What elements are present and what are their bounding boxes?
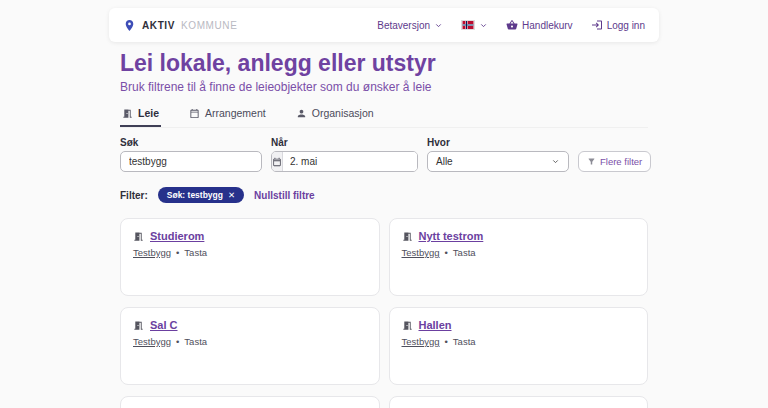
tab-organisasjon[interactable]: Organisasjon [294,104,376,127]
building-link[interactable]: Testbygg [402,247,440,258]
door-open-icon [122,108,133,119]
tab-label: Leie [138,107,159,119]
result-title-link[interactable]: Studierom [150,230,204,242]
search-label: Søk [120,137,262,148]
building-link[interactable]: Testbygg [133,336,171,347]
date-input-group [271,151,418,172]
date-field-group: Når [271,137,418,172]
chevron-down-icon [479,21,488,30]
norwegian-flag-icon [461,20,475,30]
result-card: Studierom Testbygg • Tasta [120,218,380,296]
top-nav: Betaversjon Handlekurv Logg inn [377,19,645,31]
date-input[interactable] [283,152,418,171]
result-card: Hallen Testbygg • Tasta [389,307,649,385]
login-button[interactable]: Logg inn [591,19,645,31]
beta-version-label: Betaversjon [377,20,430,31]
cart-label: Handlekurv [522,20,573,31]
building-link[interactable]: Testbygg [133,247,171,258]
brand-suffix: KOMMUNE [181,20,237,31]
search-field-group: Søk [120,137,262,172]
calendar-picker-button[interactable] [272,152,283,171]
door-open-icon [402,231,413,242]
search-filter-chip[interactable]: Søk: testbygg ✕ [158,187,244,203]
tab-leie[interactable]: Leie [120,104,161,127]
where-label: Hvor [427,137,569,148]
more-filters-button[interactable]: Flere filter [578,151,651,172]
shopping-basket-icon [506,19,518,31]
tab-arrangement[interactable]: Arrangement [187,104,268,127]
result-card: Nytt testrom Testbygg • Tasta [389,218,649,296]
result-card: Sal A Testbygg • Tasta [389,396,649,408]
page-title: Lei lokale, anlegg eller utstyr [120,50,648,77]
door-open-icon [402,320,413,331]
date-label: Når [271,137,418,148]
building-link[interactable]: Testbygg [402,336,440,347]
cart-button[interactable]: Handlekurv [506,19,573,31]
reset-filters-link[interactable]: Nullstill filtre [254,190,315,201]
brand-name: AKTIV [142,20,175,31]
filter-funnel-icon [587,157,596,166]
result-title-link[interactable]: Nytt testrom [419,230,484,242]
tab-label: Arrangement [205,107,266,119]
filter-label: Filter: [120,190,148,201]
chip-close-icon[interactable]: ✕ [228,191,235,200]
app-bar: AKTIV KOMMUNE Betaversjon Handlekurv [109,8,659,42]
language-dropdown[interactable] [461,20,488,30]
area-label: Tasta [184,247,207,258]
area-label: Tasta [184,336,207,347]
category-tabs: Leie Arrangement Organisasjon [120,104,648,128]
beta-version-dropdown[interactable]: Betaversjon [377,20,443,31]
active-filters-bar: Filter: Søk: testbygg ✕ Nullstill filtre [120,187,648,203]
page-subtitle: Bruk filtrene til å finne de leieobjekte… [120,80,648,94]
calendar-icon [189,108,200,119]
brand-logo[interactable]: AKTIV KOMMUNE [123,18,237,33]
search-form: Søk Når Hvor Alle [120,137,648,172]
login-label: Logg inn [607,20,645,31]
meta-separator: • [176,336,179,347]
door-open-icon [133,231,144,242]
result-card: Sal C Testbygg • Tasta [120,307,380,385]
calendar-icon [272,157,282,167]
meta-separator: • [176,247,179,258]
result-title-link[interactable]: Sal C [150,319,178,331]
person-icon [296,108,307,119]
results-grid: Studierom Testbygg • Tasta Nytt testrom … [120,218,648,408]
main-content: Lei lokale, anlegg eller utstyr Bruk fil… [120,50,648,408]
chevron-down-icon [551,157,560,166]
chevron-down-icon [434,21,443,30]
area-label: Tasta [453,247,476,258]
where-select[interactable]: Alle [427,151,569,172]
chip-text: Søk: testbygg [167,190,223,200]
meta-separator: • [445,336,448,347]
door-open-icon [133,320,144,331]
result-title-link[interactable]: Hallen [419,319,452,331]
login-icon [591,19,603,31]
where-selected-value: Alle [436,156,453,167]
more-filters-label: Flere filter [600,156,642,167]
tab-label: Organisasjon [312,107,374,119]
area-label: Tasta [453,336,476,347]
result-card: Sal B Testbygg • Tasta [120,396,380,408]
meta-separator: • [445,247,448,258]
search-input[interactable] [120,151,262,172]
map-pin-icon [123,18,136,33]
where-field-group: Hvor Alle [427,137,569,172]
